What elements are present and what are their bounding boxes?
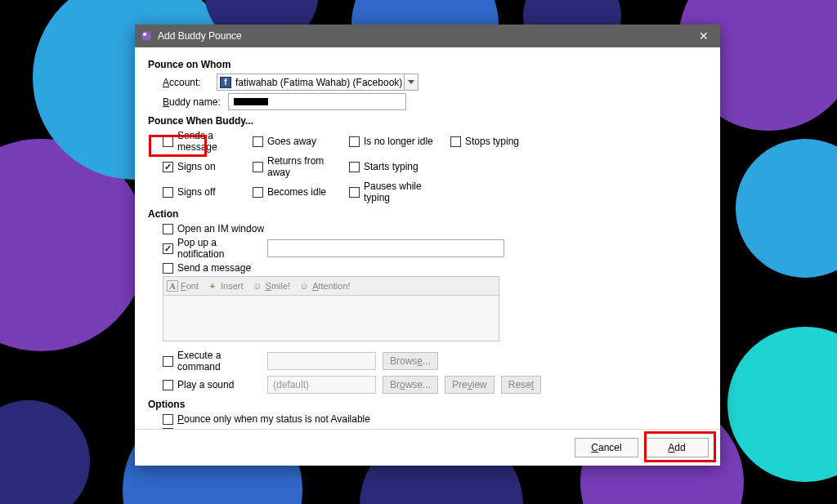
tb-smile: ☺Smile! [252,280,291,292]
app-icon [140,29,153,42]
chk-signs-on[interactable]: Signs on [163,155,253,178]
preview-button: Preview [445,376,495,394]
browse-sound-button: Browse... [383,376,438,394]
chk-popup[interactable]: Pop up a notification [163,237,261,260]
chk-stops-typing[interactable]: Stops typing [450,130,532,153]
message-format-toolbar: AFont +Insert ☺Smile! ☺Attention! [163,276,499,296]
sound-input: (default) [267,376,376,394]
section-options: Options [148,399,709,410]
account-dropdown[interactable]: f fatiwahab (Fatima Wahab) (Facebook) [217,74,418,91]
chk-no-longer-idle[interactable]: Is no longer idle [349,130,450,153]
chk-starts-typing[interactable]: Starts typing [349,155,450,178]
account-selected-value: fatiwahab (Fatima Wahab) (Facebook) [234,77,404,88]
section-pounce-whom: Pounce on Whom [148,59,709,70]
exec-cmd-input [267,352,376,370]
chk-returns-away[interactable]: Returns from away [253,155,349,178]
chk-exec-cmd[interactable]: Execute a command [163,350,261,372]
chk-sends-message[interactable]: Sends a message [163,130,253,153]
chk-status-available[interactable]: Pounce only when my status is not Availa… [163,413,370,425]
chk-pauses-typing[interactable]: Pauses while typing [349,181,450,203]
titlebar[interactable]: Add Buddy Pounce ✕ [135,25,720,47]
browse-cmd-button: Browse... [383,352,438,370]
facebook-icon: f [220,77,231,88]
cancel-button[interactable]: Cancel [575,438,638,457]
section-pounce-when: Pounce When Buddy... [148,115,709,127]
add-buddy-pounce-dialog: Add Buddy Pounce ✕ Pounce on Whom Accoun… [135,25,720,466]
chk-becomes-idle[interactable]: Becomes idle [253,181,349,203]
tb-insert: +Insert [207,280,244,292]
svg-point-1 [143,33,146,36]
section-action: Action [148,208,709,220]
popup-text-input[interactable] [267,239,504,257]
message-textarea [163,296,499,341]
svg-point-0 [141,31,151,41]
buddy-name-input[interactable] [228,93,406,110]
chk-send-msg[interactable]: Send a message [163,262,251,274]
buddy-name-redacted [234,98,268,105]
account-label: Account: [163,77,217,88]
buddy-name-label: Buddy name: [163,96,228,108]
tb-font: AFont [167,280,199,292]
tb-attention: ☺Attention! [298,280,350,292]
chk-open-im[interactable]: Open an IM window [163,223,264,234]
add-button[interactable]: Add [645,438,709,457]
chk-signs-off[interactable]: Signs off [163,181,253,203]
chevron-down-icon [404,74,418,90]
reset-button: Reset [501,376,541,394]
chk-goes-away[interactable]: Goes away [253,130,349,153]
close-icon[interactable]: ✕ [687,25,720,47]
window-title: Add Buddy Pounce [158,30,687,42]
chk-play-sound[interactable]: Play a sound [163,379,261,390]
